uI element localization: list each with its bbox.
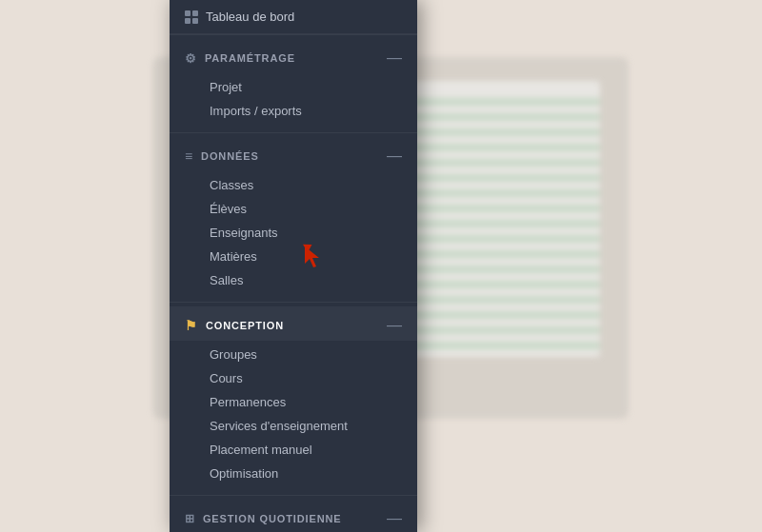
section-header-parametrage[interactable]: PARAMÉTRAGE — — [170, 39, 417, 73]
menu-item-cours[interactable]: Cours — [170, 366, 417, 390]
collapse-gestion[interactable]: — — [387, 511, 402, 526]
collapse-parametrage[interactable]: — — [387, 50, 402, 66]
grid-icon — [185, 10, 198, 24]
menu-item-placement[interactable]: Placement manuel — [170, 438, 417, 462]
section-parametrage: PARAMÉTRAGE — Projet Imports / exports — [170, 39, 417, 132]
menu-item-salles[interactable]: Salles — [170, 268, 417, 292]
divider-4 — [170, 495, 417, 496]
section-title-gestion: GESTION QUOTIDIENNE — [203, 513, 342, 524]
calendar-icon: ⊞ — [185, 512, 195, 525]
section-header-left-donnees: DONNÉES — [185, 148, 259, 164]
section-title-parametrage: PARAMÉTRAGE — [205, 52, 295, 64]
sidebar: Tableau de bord PARAMÉTRAGE — Projet Imp… — [170, 0, 417, 532]
section-header-left-gestion: ⊞ GESTION QUOTIDIENNE — [185, 512, 342, 525]
collapse-donnees[interactable]: — — [387, 148, 402, 164]
section-items-parametrage: Projet Imports / exports — [170, 73, 417, 132]
menu-item-permanences[interactable]: Permanences — [170, 390, 417, 414]
dashboard-label: Tableau de bord — [206, 10, 294, 24]
menu-item-services[interactable]: Services d'enseignement — [170, 414, 417, 438]
collapse-conception[interactable]: — — [387, 318, 402, 333]
menu-item-enseignants[interactable]: Enseignants — [170, 221, 417, 245]
menu-item-imports[interactable]: Imports / exports — [170, 99, 417, 123]
section-header-left-conception: ⚑ CONCEPTION — [185, 318, 284, 333]
sidebar-item-dashboard[interactable]: Tableau de bord — [170, 0, 417, 34]
section-header-gestion[interactable]: ⊞ GESTION QUOTIDIENNE — — [170, 500, 417, 532]
menu-item-groupes[interactable]: Groupes — [170, 343, 417, 366]
section-header-left-parametrage: PARAMÉTRAGE — [185, 51, 295, 66]
section-title-donnees: DONNÉES — [201, 150, 259, 162]
database-icon — [185, 148, 193, 164]
section-header-donnees[interactable]: DONNÉES — — [170, 137, 417, 171]
menu-item-eleves[interactable]: Élèves — [170, 197, 417, 221]
divider-2 — [170, 132, 417, 133]
divider-3 — [170, 302, 417, 303]
menu-item-classes[interactable]: Classes — [170, 173, 417, 197]
gear-icon — [185, 51, 197, 66]
scene: Tableau de bord PARAMÉTRAGE — Projet Imp… — [0, 0, 762, 532]
section-items-donnees: Classes Élèves Enseignants Matières Sall… — [170, 171, 417, 302]
section-title-conception: CONCEPTION — [206, 320, 284, 331]
conception-icon: ⚑ — [185, 318, 198, 333]
section-items-conception: Groupes Cours Permanences Services d'ens… — [170, 341, 417, 495]
menu-item-projet[interactable]: Projet — [170, 75, 417, 99]
section-conception: ⚑ CONCEPTION — Groupes Cours Permanences… — [170, 306, 417, 495]
divider-1 — [170, 34, 417, 35]
section-donnees: DONNÉES — Classes Élèves Enseignants Mat… — [170, 137, 417, 302]
section-header-conception[interactable]: ⚑ CONCEPTION — — [170, 306, 417, 341]
section-gestion: ⊞ GESTION QUOTIDIENNE — Emploi du temps … — [170, 500, 417, 532]
menu-item-optimisation[interactable]: Optimisation — [170, 462, 417, 485]
menu-item-matieres[interactable]: Matières — [170, 245, 417, 268]
